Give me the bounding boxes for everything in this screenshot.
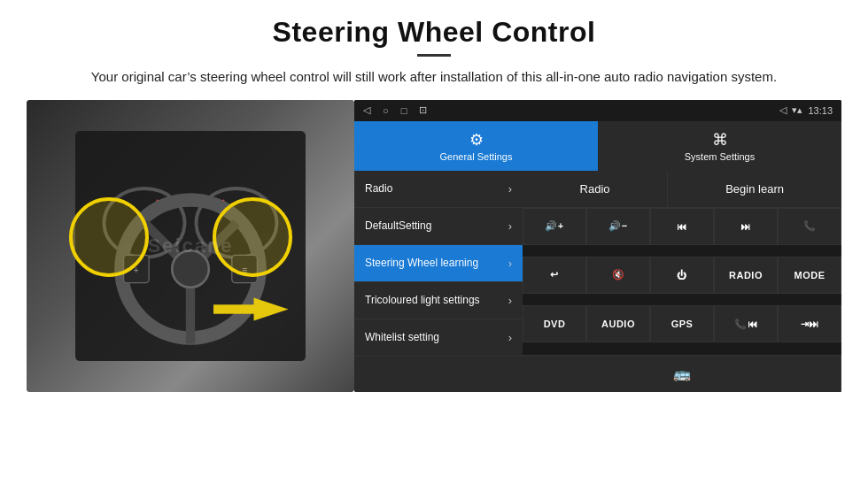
chevron-icon: › <box>508 257 512 270</box>
svg-point-9 <box>172 250 209 288</box>
menu-control-row: Radio › DefaultSetting › Steering Wheel … <box>354 171 841 392</box>
menu-item-whitelist[interactable]: Whitelist setting › <box>354 319 523 357</box>
system-settings-icon: ⌘ <box>712 130 728 150</box>
seek-fwd-button[interactable]: ⇥⏭ <box>778 305 841 342</box>
page-container: Steering Wheel Control Your original car… <box>0 0 868 401</box>
bus-icon-button[interactable]: 🚌 <box>523 356 841 392</box>
next-track-button[interactable]: ⏭ <box>714 208 778 245</box>
page-subtitle: Your original car’s steering wheel contr… <box>27 67 841 88</box>
phone-button[interactable]: 📞 <box>778 208 841 245</box>
volume-up-button[interactable]: 🔊+ <box>523 208 586 245</box>
android-panel: ◁ ○ □ ⊡ ◁ ▾▴ 13:13 ⚙ General Settings <box>354 100 841 392</box>
content-row: + ≡ Seicane ◁ ○ □ ⊡ <box>27 100 841 392</box>
radio-begin-row: Radio Begin learn <box>523 171 841 208</box>
tab-system[interactable]: ⌘ System Settings <box>598 121 841 171</box>
dvd-button[interactable]: DVD <box>523 305 586 342</box>
menu-item-tricoloured[interactable]: Tricoloured light settings › <box>354 282 523 319</box>
return-button[interactable]: ↩ <box>523 257 586 294</box>
menu-item-steering-wheel[interactable]: Steering Wheel learning › <box>354 245 523 282</box>
wifi-icon: ▾▴ <box>792 104 802 116</box>
system-settings-label: System Settings <box>685 151 755 162</box>
menu-item-radio[interactable]: Radio › <box>354 171 523 208</box>
chevron-icon: › <box>508 219 512 233</box>
general-settings-icon: ⚙ <box>469 130 484 150</box>
annotation-circle-right <box>213 197 292 277</box>
begin-learn-button[interactable]: Begin learn <box>668 171 841 207</box>
mode-button[interactable]: MODE <box>778 257 841 294</box>
phone-prev-button[interactable]: 📞⏮ <box>714 305 778 342</box>
bottom-row: 🚌 <box>523 355 841 392</box>
radio-label-button[interactable]: RADIO <box>714 257 778 294</box>
general-settings-label: General Settings <box>440 151 513 162</box>
annotation-circle-left <box>69 197 149 277</box>
status-bar: ◁ ○ □ ⊡ ◁ ▾▴ 13:13 <box>354 100 841 121</box>
chevron-icon: › <box>508 294 512 307</box>
title-divider <box>417 54 451 57</box>
cast-icon: ⊡ <box>419 104 427 116</box>
car-image-inner: + ≡ Seicane <box>27 100 354 392</box>
clock: 13:13 <box>808 105 833 116</box>
home-nav-icon[interactable]: ○ <box>383 105 389 116</box>
audio-button[interactable]: AUDIO <box>586 305 650 342</box>
control-grid: 🔊+ 🔊− ⏮ ⏭ 📞 <box>523 208 841 355</box>
back-nav-icon[interactable]: ◁ <box>363 104 370 116</box>
left-menu: Radio › DefaultSetting › Steering Wheel … <box>354 171 523 392</box>
status-bar-left: ◁ ○ □ ⊡ <box>363 104 427 116</box>
recents-nav-icon[interactable]: □ <box>401 105 407 116</box>
bus-icon: 🚌 <box>673 365 691 382</box>
radio-button[interactable]: Radio <box>523 171 668 207</box>
menu-item-default-setting[interactable]: DefaultSetting › <box>354 208 523 245</box>
tab-general[interactable]: ⚙ General Settings <box>354 121 598 171</box>
prev-track-button[interactable]: ⏮ <box>650 208 714 245</box>
power-button[interactable]: ⏻ <box>650 257 714 294</box>
status-bar-right: ◁ ▾▴ 13:13 <box>779 104 833 116</box>
car-image: + ≡ Seicane <box>27 100 354 392</box>
location-icon: ◁ <box>779 104 787 116</box>
gps-button[interactable]: GPS <box>650 305 714 342</box>
volume-down-button[interactable]: 🔊− <box>586 208 650 245</box>
chevron-icon: › <box>508 331 512 344</box>
mute-button[interactable]: 🔇 <box>586 257 650 294</box>
top-tabs: ⚙ General Settings ⌘ System Settings <box>354 121 841 171</box>
page-title: Steering Wheel Control <box>27 16 841 49</box>
right-panel: Radio Begin learn 🔊+ 🔊− <box>523 171 841 392</box>
svg-rect-15 <box>213 304 256 313</box>
chevron-icon: › <box>508 182 512 196</box>
